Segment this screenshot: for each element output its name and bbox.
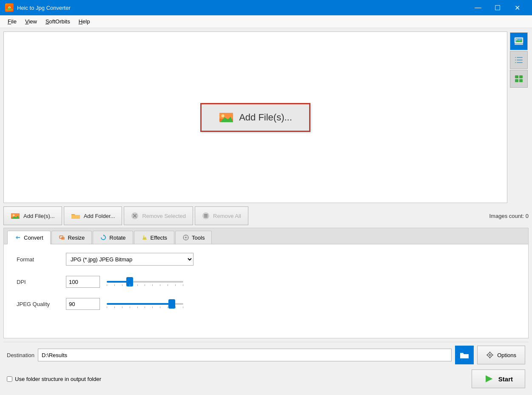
tab-convert-label: Convert <box>24 235 43 241</box>
menu-softorbits[interactable]: SoftOrbits <box>41 17 74 26</box>
jpeg-quality-slider-track <box>107 303 183 305</box>
svg-rect-22 <box>519 79 523 82</box>
tools-tab-icon <box>182 234 189 241</box>
window-controls: — ☐ ✕ <box>468 0 527 15</box>
add-files-button[interactable]: Add File(s)... <box>3 206 62 225</box>
file-drop-area: Add File(s)... <box>3 31 507 203</box>
tab-effects[interactable]: Effects <box>134 231 175 244</box>
svg-point-6 <box>222 114 225 117</box>
svg-rect-16 <box>515 57 516 58</box>
svg-point-34 <box>143 235 144 237</box>
svg-rect-21 <box>515 79 518 82</box>
svg-point-25 <box>13 215 15 217</box>
title-bar: Heic to Jpg Converter — ☐ ✕ <box>0 0 532 15</box>
svg-rect-43 <box>489 352 490 353</box>
format-label: Format <box>17 256 59 263</box>
rotate-tab-icon <box>100 234 107 241</box>
svg-rect-12 <box>515 44 523 45</box>
tab-content: Format JPG (*.jpg) JPEG Bitmap PNG (*.pn… <box>4 244 528 338</box>
destination-section: Destination Options <box>3 342 529 392</box>
destination-input[interactable] <box>38 349 452 361</box>
effects-tab-icon <box>141 234 148 241</box>
tab-rotate[interactable]: Rotate <box>93 231 133 244</box>
format-select[interactable]: JPG (*.jpg) JPEG Bitmap PNG (*.png) Port… <box>66 253 193 266</box>
main-content: Add File(s)... <box>0 28 532 395</box>
jpeg-quality-slider-container <box>107 303 192 305</box>
svg-rect-14 <box>517 60 523 60</box>
minimize-button[interactable]: — <box>468 0 488 15</box>
svg-rect-15 <box>517 62 523 63</box>
tab-tools[interactable]: Tools <box>175 231 212 244</box>
use-folder-row: Use folder structure in output folder St… <box>3 368 529 392</box>
add-files-center-label: Add File(s)... <box>239 112 292 123</box>
view-thumbnails-button[interactable] <box>510 32 528 50</box>
svg-rect-24 <box>11 213 20 217</box>
images-count: Images count: 0 <box>489 213 529 219</box>
dpi-row: DPI <box>17 276 515 288</box>
list-icon <box>514 56 523 64</box>
destination-label: Destination <box>7 352 34 358</box>
svg-rect-44 <box>489 357 490 358</box>
tab-rotate-label: Rotate <box>109 235 125 241</box>
dpi-input[interactable] <box>66 276 100 288</box>
dpi-label: DPI <box>17 279 59 285</box>
dpi-slider-ticks <box>107 284 183 286</box>
add-files-icon <box>11 212 20 220</box>
bottom-bar: Destination Options <box>3 342 529 368</box>
start-button[interactable]: Start <box>472 369 525 388</box>
start-label: Start <box>498 375 513 383</box>
svg-rect-32 <box>61 237 65 240</box>
tab-convert[interactable]: Convert <box>7 231 51 244</box>
browse-icon <box>459 351 469 359</box>
use-folder-checkbox[interactable] <box>7 376 12 382</box>
app-icon <box>5 3 14 12</box>
svg-rect-13 <box>517 57 523 58</box>
svg-rect-18 <box>515 62 516 63</box>
add-files-label: Add File(s)... <box>23 213 55 219</box>
remove-all-icon <box>202 212 210 220</box>
format-row: Format JPG (*.jpg) JPEG Bitmap PNG (*.pn… <box>17 253 515 266</box>
options-button[interactable]: Options <box>477 346 525 364</box>
thumbnails-icon <box>514 37 523 46</box>
dpi-slider-container <box>107 281 192 283</box>
svg-rect-20 <box>519 75 523 78</box>
browse-button[interactable] <box>455 346 474 364</box>
add-folder-label: Add Folder... <box>84 213 115 219</box>
jpeg-quality-input[interactable] <box>66 298 100 310</box>
close-button[interactable]: ✕ <box>507 0 527 15</box>
svg-rect-46 <box>492 355 493 355</box>
tab-resize[interactable]: Resize <box>51 231 92 244</box>
add-folder-button[interactable]: Add Folder... <box>64 206 122 225</box>
options-gear-icon <box>486 351 494 359</box>
tab-tools-label: Tools <box>192 235 205 241</box>
remove-selected-label: Remove Selected <box>142 213 186 219</box>
add-files-center-icon <box>219 111 234 124</box>
svg-rect-45 <box>486 355 488 355</box>
start-icon <box>484 375 494 383</box>
svg-marker-48 <box>486 375 492 382</box>
svg-point-10 <box>516 39 518 40</box>
view-grid-button[interactable] <box>510 70 528 88</box>
add-files-center-button[interactable]: Add File(s)... <box>200 103 310 132</box>
dpi-slider-track <box>107 281 183 283</box>
tabs-row: Convert Resize Rotate <box>4 228 528 244</box>
view-list-button[interactable] <box>510 51 528 69</box>
app-title: Heic to Jpg Converter <box>17 5 468 11</box>
add-folder-icon <box>71 212 80 220</box>
file-area-wrapper: Add File(s)... <box>3 31 529 203</box>
remove-selected-button[interactable]: Remove Selected <box>124 206 193 225</box>
jpeg-quality-slider-filled <box>107 303 172 305</box>
side-toolbar <box>509 31 529 203</box>
options-label: Options <box>497 352 516 358</box>
convert-tab-icon <box>14 234 21 241</box>
remove-all-label: Remove All <box>213 213 241 219</box>
menu-view[interactable]: View <box>21 17 41 26</box>
remove-all-button[interactable]: Remove All <box>195 206 248 225</box>
maximize-button[interactable]: ☐ <box>488 0 507 15</box>
svg-rect-19 <box>515 75 518 78</box>
menu-file[interactable]: File <box>3 17 21 26</box>
menu-help[interactable]: Help <box>74 17 94 26</box>
svg-point-36 <box>185 237 187 238</box>
jpeg-quality-slider-ticks <box>107 306 183 308</box>
tab-resize-label: Resize <box>68 235 85 241</box>
